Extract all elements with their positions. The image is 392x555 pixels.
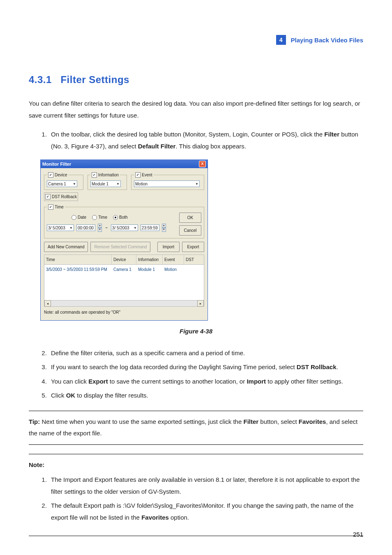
cancel-button[interactable]: Cancel [179, 225, 201, 236]
chapter-title: Playing Back Video Files [291, 37, 363, 44]
radio-both[interactable]: Both [113, 213, 128, 221]
device-select[interactable]: Camera 1▼ [47, 180, 77, 187]
note-item-2: The default Export path is :\GV folder\S… [48, 500, 363, 523]
information-group: ✔Information Module 1▼ [88, 171, 127, 190]
export-button[interactable]: Export [182, 242, 204, 252]
information-select[interactable]: Module 1▼ [90, 180, 121, 187]
device-checkbox[interactable]: ✔Device [48, 171, 67, 179]
end-time-spinner[interactable]: ▲▼ [162, 224, 166, 232]
chevron-down-icon: ▼ [73, 181, 76, 187]
start-time-input[interactable]: 00:00:00 [76, 224, 95, 231]
step-1: On the toolbar, click the desired log ta… [48, 129, 363, 152]
table-row[interactable]: 3/5/2003 ~ 3/5/2003 11:59:59 PM Camera 1… [44, 265, 204, 274]
monitor-filter-dialog: Monitor Filter X ✔Device Camera 1▼ ✔Info… [40, 160, 208, 321]
chevron-down-icon: ▼ [195, 181, 198, 187]
tip-box: Tip: Next time when you want to use the … [29, 411, 363, 445]
note-label: Note: [29, 461, 44, 468]
figure-caption: Figure 4-38 [29, 326, 363, 338]
event-checkbox[interactable]: ✔Event [135, 171, 152, 179]
range-separator: ~ [104, 224, 108, 232]
remove-selected-command-button: Remove Selected Command [90, 242, 150, 252]
step-4: You can click Export to save the current… [48, 376, 363, 388]
time-group: ✔Time Date Time Both 3/ 5/2003▼ [44, 203, 204, 238]
import-button[interactable]: Import [157, 242, 180, 252]
scroll-left-icon[interactable]: ◂ [44, 300, 51, 307]
end-date-select[interactable]: 3/ 5/2003▼ [111, 224, 138, 231]
scroll-right-icon[interactable]: ▸ [197, 300, 204, 307]
chevron-down-icon: ▼ [116, 181, 120, 187]
chevron-down-icon: ▼ [134, 225, 137, 231]
col-dst[interactable]: DST [184, 255, 204, 264]
time-checkbox[interactable]: ✔Time [48, 203, 64, 211]
section-title: Filter Settings [60, 74, 129, 85]
intro-paragraph: You can define filter criteria to search… [29, 98, 363, 121]
device-group: ✔Device Camera 1▼ [44, 171, 83, 190]
note-box: Note: The Import and Export features are… [29, 454, 363, 536]
step-2: Define the filter criteria, such as a sp… [48, 347, 363, 359]
radio-date[interactable]: Date [71, 213, 86, 221]
radio-time[interactable]: Time [92, 213, 107, 221]
step-5: Click OK to display the filter results. [48, 390, 363, 402]
col-time[interactable]: Time [44, 255, 112, 264]
step-3: If you want to search the log data recor… [48, 361, 363, 373]
chevron-down-icon: ▼ [69, 225, 73, 231]
add-new-command-button[interactable]: Add New Command [44, 242, 88, 252]
dialog-titlebar: Monitor Filter X [41, 160, 208, 168]
dialog-footer-note: Note: all commands are operated by "OR" [44, 307, 204, 317]
horizontal-scrollbar[interactable]: ◂ ▸ [44, 300, 204, 306]
tip-label: Tip: [29, 418, 40, 425]
close-icon[interactable]: X [199, 161, 206, 167]
steps-list-top: On the toolbar, click the desired log ta… [29, 129, 363, 152]
section-number: 4.3.1 [29, 74, 52, 85]
note-item-1: The Import and Export features are only … [48, 474, 363, 497]
start-time-spinner[interactable]: ▲▼ [98, 224, 102, 232]
commands-table: Time Device Information Event DST 3/5/20… [44, 254, 204, 307]
end-time-input[interactable]: 23:59:59 [141, 224, 159, 231]
chapter-number-badge: 4 [276, 35, 286, 45]
event-group: ✔Event Motion▼ [131, 171, 204, 190]
ok-button[interactable]: OK [179, 213, 201, 223]
section-heading: 4.3.1 Filter Settings [29, 74, 363, 86]
page-header: 4 Playing Back Video Files [276, 35, 363, 45]
dialog-title: Monitor Filter [42, 160, 71, 169]
information-checkbox[interactable]: ✔Information [92, 171, 119, 179]
steps-list-bottom: Define the filter criteria, such as a sp… [29, 347, 363, 402]
event-select[interactable]: Motion▼ [134, 180, 200, 187]
col-information[interactable]: Information [136, 255, 163, 264]
page-number: 251 [353, 531, 363, 538]
col-device[interactable]: Device [112, 255, 136, 264]
start-date-select[interactable]: 3/ 5/2003▼ [47, 224, 74, 231]
col-event[interactable]: Event [163, 255, 184, 264]
dst-rollback-checkbox[interactable]: ✔DST Rollback [44, 192, 78, 201]
